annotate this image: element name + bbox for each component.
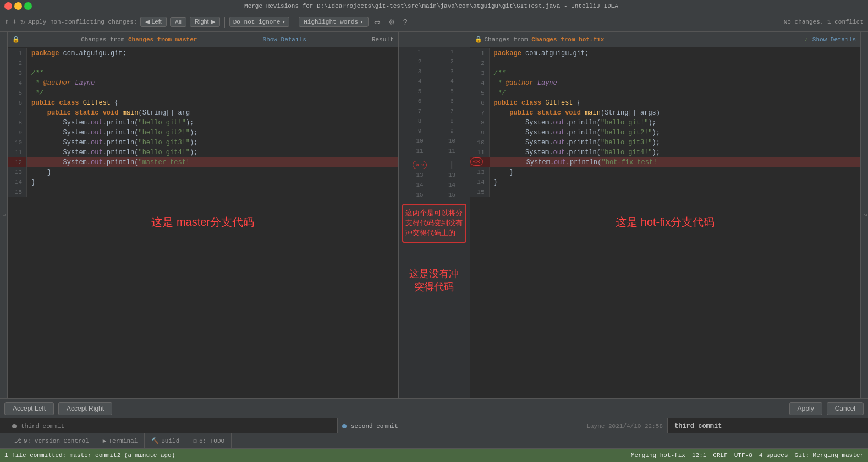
- table-row: 2: [470, 58, 861, 68]
- do-not-ignore-dropdown[interactable]: Do not ignore ▾: [229, 17, 289, 27]
- center-panel: 1 2 3 4 5 6 7 8 9 10 11 ✕ » 13 14: [399, 32, 470, 398]
- cancel-button[interactable]: Cancel: [827, 402, 864, 415]
- close-button[interactable]: [4, 2, 12, 10]
- right-annotation: 这是 hot-fix分支代码: [470, 198, 861, 246]
- table-row: 11 System.out.println("hello git4!");: [470, 148, 861, 157]
- conflict-annotation-box: 这两个是可以将分支得代码变到没有冲突得代码上的: [402, 204, 466, 243]
- accept-left-button[interactable]: Accept Left: [4, 402, 54, 415]
- window-title: Merge Revisions for D:\IdeaProjects\git-…: [32, 3, 831, 9]
- table-row: 2: [8, 58, 398, 68]
- apply-button[interactable]: Apply: [789, 402, 822, 415]
- left-button[interactable]: ◀ Left: [140, 17, 166, 27]
- third-commit-label: third commit: [21, 423, 64, 430]
- left-side-label: 1: [0, 32, 8, 398]
- table-row: 11 System.out.println("hello git4!");: [8, 148, 398, 157]
- git-icon: ⎇: [14, 437, 21, 444]
- table-row: 5 */: [470, 88, 861, 98]
- cursor-line: |: [448, 157, 455, 172]
- lock-icon-left: 🔒: [12, 36, 20, 43]
- tabs-bar: ⎇ 9: Version Control ▶ Terminal 🔨 Build …: [0, 433, 868, 449]
- table-row-conflict-right: «✕ System.out.println("hot-fix test!: [470, 157, 861, 167]
- right-code-area: 1 package com.atguigu.git; 2 3 /** 4 * @…: [470, 47, 861, 198]
- table-row: 14 }: [470, 177, 861, 187]
- terminal-icon: ▶: [103, 437, 107, 444]
- conflict-buttons-row: ✕ »: [413, 157, 427, 172]
- table-row: 13 }: [8, 167, 398, 177]
- toolbar-icon-right: ⬇: [12, 17, 17, 26]
- table-row: 13 }: [470, 167, 861, 177]
- result-label: Result: [372, 36, 394, 43]
- tab-version-control[interactable]: ⎇ 9: Version Control: [8, 433, 96, 448]
- git-log-bar: third commit second commit Layne 2021/4/…: [0, 418, 868, 433]
- left-panel-body[interactable]: 1 package com.atguigu.git; 2 3 /** 4 * @…: [8, 47, 398, 398]
- table-row: 9 System.out.println("hello git2!");: [8, 128, 398, 138]
- table-row: 3 /**: [470, 68, 861, 78]
- table-row: 8 System.out.println("hello git!");: [8, 118, 398, 128]
- right-button[interactable]: Right ▶: [190, 17, 220, 27]
- table-row: 4 * @author Layne: [8, 78, 398, 88]
- table-row: 5 */: [8, 88, 398, 98]
- diff-icon-button[interactable]: ⇔: [372, 17, 383, 28]
- changes-from-hotfix-label: Changes from Changes from hot-fix: [485, 36, 605, 43]
- status-right: Merging hot-fix 12:1 CRLF UTF-8 4 spaces…: [631, 452, 864, 459]
- highlight-words-button[interactable]: Highlight words ▾: [299, 17, 369, 27]
- table-row: 6 public class GItTest {: [470, 98, 861, 108]
- left-panel-header: 🔒 Changes from Changes from master Show …: [8, 32, 398, 47]
- table-row-conflict-left: 12 System.out.println("master test!: [8, 157, 398, 167]
- toolbar-icon-left: ⬆: [4, 17, 9, 26]
- bottom-toolbar: Accept Left Accept Right Apply Cancel: [0, 398, 868, 418]
- show-details-left[interactable]: Show Details: [263, 36, 306, 43]
- center-panel-header: [399, 32, 470, 47]
- window-controls[interactable]: [4, 2, 32, 10]
- accept-right-button[interactable]: Accept Right: [58, 402, 112, 415]
- table-row: 15: [470, 187, 861, 197]
- indent-info: 4 spaces: [759, 452, 788, 459]
- all-button[interactable]: All: [170, 17, 186, 27]
- branch-status: Git: Merging master: [795, 452, 864, 459]
- help-button[interactable]: ?: [401, 17, 410, 28]
- table-row: 10 System.out.println("hello git3!");: [470, 138, 861, 148]
- table-row: 10 System.out.println("hello git3!");: [8, 138, 398, 148]
- center-panel-body: 1 2 3 4 5 6 7 8 9 10 11 ✕ » 13 14: [399, 47, 470, 398]
- right-side-text: 2: [862, 214, 867, 216]
- commit-dot-1: [12, 424, 17, 428]
- separator-2: [294, 17, 294, 28]
- separator-1: [224, 17, 225, 28]
- right-panel-body[interactable]: 1 package com.atguigu.git; 2 3 /** 4 * @…: [470, 47, 861, 398]
- tab-todo[interactable]: ☑ 6: TODO: [186, 433, 232, 448]
- reject-right-button[interactable]: «✕: [470, 157, 484, 166]
- left-code-area: 1 package com.atguigu.git; 2 3 /** 4 * @…: [8, 47, 398, 198]
- git-log-item-center[interactable]: second commit Layne 2021/4/10 22:58: [338, 418, 668, 433]
- third-commit-right-label: third commit: [674, 422, 722, 430]
- right-panel: 🔒 Changes from Changes from hot-fix ✓ Sh…: [470, 32, 861, 398]
- lock-icon-right: 🔒: [475, 36, 482, 43]
- main-diff-area: 1 🔒 Changes from Changes from master Sho…: [0, 32, 868, 398]
- third-commit-panel: third commit: [668, 422, 860, 430]
- commit-dot-2: [342, 424, 347, 428]
- status-bar: 1 file committed: master commit2 (a minu…: [0, 449, 868, 462]
- left-side-text: 1: [1, 214, 7, 216]
- build-icon: 🔨: [151, 437, 159, 444]
- table-row: 9 System.out.println("hello git2!");: [470, 128, 861, 138]
- chevron-down-icon: ▾: [282, 18, 286, 25]
- show-details-right[interactable]: Show Details: [812, 36, 856, 43]
- toolbar-icon-refresh: ↻: [20, 17, 25, 26]
- table-row: 7 public static void main(String[] arg: [8, 108, 398, 118]
- layne-time-2: Layne 2021/4/10 22:58: [586, 423, 663, 430]
- line-ending: CRLF: [713, 452, 727, 459]
- reject-left-button[interactable]: ✕ »: [413, 161, 427, 169]
- merging-status: Merging hot-fix: [631, 452, 685, 459]
- title-bar: Merge Revisions for D:\IdeaProjects\git-…: [0, 0, 868, 12]
- settings-button[interactable]: ⚙: [386, 17, 398, 28]
- git-log-item-left[interactable]: third commit: [8, 418, 338, 433]
- table-row: 4 * @author Layne: [470, 78, 861, 88]
- right-panel-header: 🔒 Changes from Changes from hot-fix ✓ Sh…: [470, 32, 861, 47]
- minimize-button[interactable]: [14, 2, 22, 10]
- tab-build[interactable]: 🔨 Build: [145, 433, 186, 448]
- left-annotation: 这是 master分支代码: [8, 198, 398, 246]
- table-row: 1 package com.atguigu.git;: [470, 48, 861, 58]
- table-row: 15: [8, 187, 398, 197]
- tab-terminal[interactable]: ▶ Terminal: [96, 433, 145, 448]
- maximize-button[interactable]: [24, 2, 32, 10]
- chevron-down-icon-2: ▾: [360, 18, 364, 25]
